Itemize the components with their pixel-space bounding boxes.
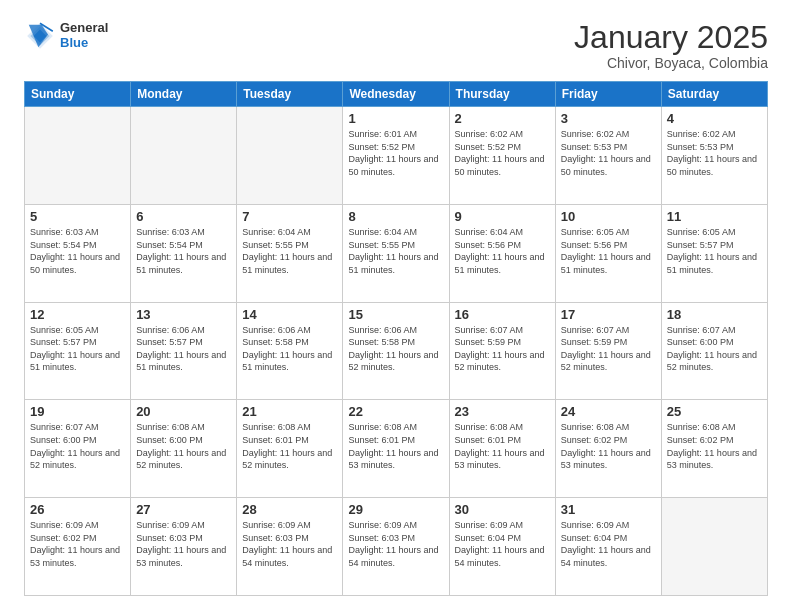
day-info: Sunrise: 6:08 AM Sunset: 6:02 PM Dayligh… — [561, 421, 656, 471]
calendar-cell: 10Sunrise: 6:05 AM Sunset: 5:56 PM Dayli… — [555, 204, 661, 302]
calendar-cell: 9Sunrise: 6:04 AM Sunset: 5:56 PM Daylig… — [449, 204, 555, 302]
day-info: Sunrise: 6:04 AM Sunset: 5:56 PM Dayligh… — [455, 226, 550, 276]
day-info: Sunrise: 6:09 AM Sunset: 6:02 PM Dayligh… — [30, 519, 125, 569]
calendar-cell — [237, 107, 343, 205]
calendar-cell: 29Sunrise: 6:09 AM Sunset: 6:03 PM Dayli… — [343, 498, 449, 596]
day-number: 31 — [561, 502, 656, 517]
day-number: 22 — [348, 404, 443, 419]
title-block: January 2025 Chivor, Boyaca, Colombia — [574, 20, 768, 71]
calendar-cell: 27Sunrise: 6:09 AM Sunset: 6:03 PM Dayli… — [131, 498, 237, 596]
day-number: 10 — [561, 209, 656, 224]
day-info: Sunrise: 6:05 AM Sunset: 5:57 PM Dayligh… — [30, 324, 125, 374]
header-saturday: Saturday — [661, 82, 767, 107]
day-number: 27 — [136, 502, 231, 517]
header: General Blue January 2025 Chivor, Boyaca… — [24, 20, 768, 71]
calendar-cell: 24Sunrise: 6:08 AM Sunset: 6:02 PM Dayli… — [555, 400, 661, 498]
day-info: Sunrise: 6:08 AM Sunset: 6:02 PM Dayligh… — [667, 421, 762, 471]
day-info: Sunrise: 6:03 AM Sunset: 5:54 PM Dayligh… — [136, 226, 231, 276]
calendar-cell: 1Sunrise: 6:01 AM Sunset: 5:52 PM Daylig… — [343, 107, 449, 205]
calendar-cell: 19Sunrise: 6:07 AM Sunset: 6:00 PM Dayli… — [25, 400, 131, 498]
day-number: 26 — [30, 502, 125, 517]
calendar-cell: 23Sunrise: 6:08 AM Sunset: 6:01 PM Dayli… — [449, 400, 555, 498]
calendar-cell: 31Sunrise: 6:09 AM Sunset: 6:04 PM Dayli… — [555, 498, 661, 596]
day-info: Sunrise: 6:06 AM Sunset: 5:58 PM Dayligh… — [348, 324, 443, 374]
day-number: 12 — [30, 307, 125, 322]
day-number: 14 — [242, 307, 337, 322]
day-info: Sunrise: 6:09 AM Sunset: 6:03 PM Dayligh… — [348, 519, 443, 569]
calendar-cell: 16Sunrise: 6:07 AM Sunset: 5:59 PM Dayli… — [449, 302, 555, 400]
header-sunday: Sunday — [25, 82, 131, 107]
day-number: 13 — [136, 307, 231, 322]
calendar-cell: 30Sunrise: 6:09 AM Sunset: 6:04 PM Dayli… — [449, 498, 555, 596]
day-info: Sunrise: 6:05 AM Sunset: 5:56 PM Dayligh… — [561, 226, 656, 276]
calendar-cell — [131, 107, 237, 205]
day-number: 9 — [455, 209, 550, 224]
header-tuesday: Tuesday — [237, 82, 343, 107]
weekday-header-row: Sunday Monday Tuesday Wednesday Thursday… — [25, 82, 768, 107]
calendar-cell: 6Sunrise: 6:03 AM Sunset: 5:54 PM Daylig… — [131, 204, 237, 302]
day-info: Sunrise: 6:07 AM Sunset: 5:59 PM Dayligh… — [561, 324, 656, 374]
day-number: 6 — [136, 209, 231, 224]
calendar-cell: 25Sunrise: 6:08 AM Sunset: 6:02 PM Dayli… — [661, 400, 767, 498]
calendar-cell: 12Sunrise: 6:05 AM Sunset: 5:57 PM Dayli… — [25, 302, 131, 400]
day-number: 17 — [561, 307, 656, 322]
calendar-cell: 17Sunrise: 6:07 AM Sunset: 5:59 PM Dayli… — [555, 302, 661, 400]
day-info: Sunrise: 6:01 AM Sunset: 5:52 PM Dayligh… — [348, 128, 443, 178]
calendar-cell: 3Sunrise: 6:02 AM Sunset: 5:53 PM Daylig… — [555, 107, 661, 205]
day-number: 29 — [348, 502, 443, 517]
day-number: 4 — [667, 111, 762, 126]
day-info: Sunrise: 6:02 AM Sunset: 5:52 PM Dayligh… — [455, 128, 550, 178]
header-thursday: Thursday — [449, 82, 555, 107]
logo-icon — [24, 20, 56, 52]
month-title: January 2025 — [574, 20, 768, 55]
day-number: 18 — [667, 307, 762, 322]
calendar-cell: 18Sunrise: 6:07 AM Sunset: 6:00 PM Dayli… — [661, 302, 767, 400]
calendar-cell: 14Sunrise: 6:06 AM Sunset: 5:58 PM Dayli… — [237, 302, 343, 400]
page: General Blue January 2025 Chivor, Boyaca… — [0, 0, 792, 612]
day-info: Sunrise: 6:08 AM Sunset: 6:01 PM Dayligh… — [455, 421, 550, 471]
day-info: Sunrise: 6:03 AM Sunset: 5:54 PM Dayligh… — [30, 226, 125, 276]
calendar-week-row: 5Sunrise: 6:03 AM Sunset: 5:54 PM Daylig… — [25, 204, 768, 302]
day-number: 20 — [136, 404, 231, 419]
location-subtitle: Chivor, Boyaca, Colombia — [574, 55, 768, 71]
day-number: 24 — [561, 404, 656, 419]
calendar-cell: 15Sunrise: 6:06 AM Sunset: 5:58 PM Dayli… — [343, 302, 449, 400]
calendar-cell: 26Sunrise: 6:09 AM Sunset: 6:02 PM Dayli… — [25, 498, 131, 596]
day-number: 23 — [455, 404, 550, 419]
day-info: Sunrise: 6:07 AM Sunset: 6:00 PM Dayligh… — [30, 421, 125, 471]
header-wednesday: Wednesday — [343, 82, 449, 107]
calendar-cell: 22Sunrise: 6:08 AM Sunset: 6:01 PM Dayli… — [343, 400, 449, 498]
day-info: Sunrise: 6:04 AM Sunset: 5:55 PM Dayligh… — [242, 226, 337, 276]
logo-blue: Blue — [60, 36, 108, 51]
calendar-cell: 4Sunrise: 6:02 AM Sunset: 5:53 PM Daylig… — [661, 107, 767, 205]
day-info: Sunrise: 6:02 AM Sunset: 5:53 PM Dayligh… — [561, 128, 656, 178]
day-info: Sunrise: 6:02 AM Sunset: 5:53 PM Dayligh… — [667, 128, 762, 178]
day-info: Sunrise: 6:06 AM Sunset: 5:58 PM Dayligh… — [242, 324, 337, 374]
day-number: 28 — [242, 502, 337, 517]
calendar-cell: 7Sunrise: 6:04 AM Sunset: 5:55 PM Daylig… — [237, 204, 343, 302]
calendar-cell: 5Sunrise: 6:03 AM Sunset: 5:54 PM Daylig… — [25, 204, 131, 302]
day-info: Sunrise: 6:08 AM Sunset: 6:00 PM Dayligh… — [136, 421, 231, 471]
calendar-cell: 2Sunrise: 6:02 AM Sunset: 5:52 PM Daylig… — [449, 107, 555, 205]
calendar-cell: 8Sunrise: 6:04 AM Sunset: 5:55 PM Daylig… — [343, 204, 449, 302]
day-number: 3 — [561, 111, 656, 126]
day-number: 16 — [455, 307, 550, 322]
day-number: 21 — [242, 404, 337, 419]
calendar-cell: 28Sunrise: 6:09 AM Sunset: 6:03 PM Dayli… — [237, 498, 343, 596]
day-info: Sunrise: 6:04 AM Sunset: 5:55 PM Dayligh… — [348, 226, 443, 276]
calendar-cell: 21Sunrise: 6:08 AM Sunset: 6:01 PM Dayli… — [237, 400, 343, 498]
header-monday: Monday — [131, 82, 237, 107]
day-number: 30 — [455, 502, 550, 517]
day-number: 1 — [348, 111, 443, 126]
calendar-cell: 13Sunrise: 6:06 AM Sunset: 5:57 PM Dayli… — [131, 302, 237, 400]
day-info: Sunrise: 6:09 AM Sunset: 6:04 PM Dayligh… — [561, 519, 656, 569]
logo: General Blue — [24, 20, 108, 52]
calendar-cell: 20Sunrise: 6:08 AM Sunset: 6:00 PM Dayli… — [131, 400, 237, 498]
day-info: Sunrise: 6:09 AM Sunset: 6:03 PM Dayligh… — [242, 519, 337, 569]
header-friday: Friday — [555, 82, 661, 107]
day-number: 2 — [455, 111, 550, 126]
calendar-week-row: 19Sunrise: 6:07 AM Sunset: 6:00 PM Dayli… — [25, 400, 768, 498]
day-info: Sunrise: 6:07 AM Sunset: 6:00 PM Dayligh… — [667, 324, 762, 374]
logo-general: General — [60, 21, 108, 36]
calendar-cell — [661, 498, 767, 596]
